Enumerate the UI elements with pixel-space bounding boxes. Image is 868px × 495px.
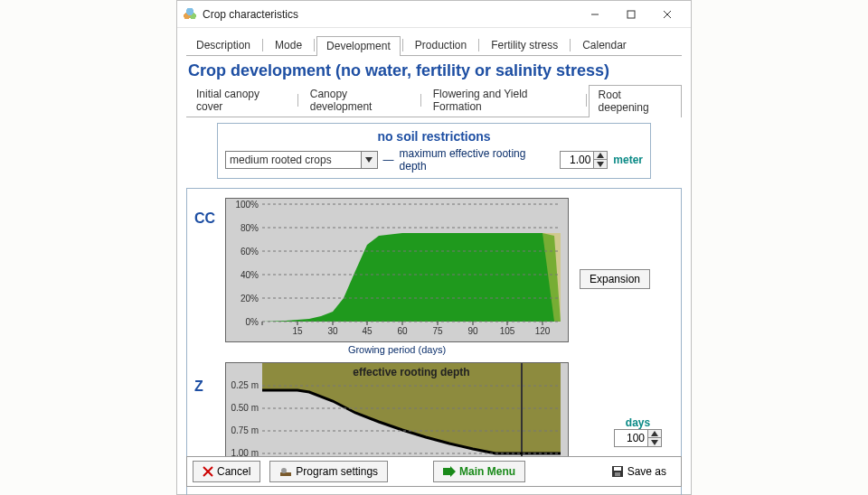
minimize-icon (590, 10, 599, 19)
days-spinner[interactable] (614, 429, 662, 447)
svg-text:90: 90 (467, 326, 478, 336)
app-icon (183, 7, 197, 22)
cc-chart: 100% 80% 60% 40% 20% 0% (226, 199, 570, 343)
cancel-button[interactable]: Cancel (193, 461, 260, 482)
subtab-root-deepening[interactable]: Root deepening (589, 85, 682, 117)
svg-rect-56 (615, 472, 620, 476)
arrow-right-icon (443, 466, 456, 477)
max-depth-input[interactable] (561, 152, 593, 168)
subtab-initial-canopy[interactable]: Initial canopy cover (186, 84, 296, 117)
maximize-icon (627, 10, 636, 19)
max-depth-label: maximum effective rooting depth (400, 147, 555, 173)
tab-fertility-stress[interactable]: Fertility stress (481, 35, 568, 55)
subtab-canopy-development[interactable]: Canopy development (300, 84, 419, 117)
svg-marker-5 (597, 153, 604, 158)
days-label: days (626, 416, 650, 429)
svg-rect-1 (627, 11, 635, 18)
sub-tabs: Initial canopy cover Canopy development … (186, 84, 682, 117)
root-type-combo[interactable]: medium rooted crops (225, 151, 378, 169)
gear-icon (279, 466, 292, 477)
svg-text:40%: 40% (241, 270, 259, 280)
cc-chart-row: CC (194, 198, 674, 360)
page-title: Crop development (no water, fertility or… (188, 61, 682, 80)
cc-axis-title: CC (194, 198, 225, 360)
save-icon (611, 465, 624, 478)
soil-restrictions-title: no soil restrictions (225, 129, 643, 144)
svg-text:15: 15 (292, 326, 303, 336)
linker-dash: — (383, 154, 394, 166)
titlebar: Crop characteristics (177, 1, 691, 28)
tab-development[interactable]: Development (316, 36, 401, 56)
spin-down-icon[interactable] (594, 160, 607, 168)
unit-label: meter (613, 154, 643, 166)
svg-text:0%: 0% (246, 317, 259, 327)
close-icon (203, 466, 213, 477)
svg-marker-48 (651, 440, 658, 445)
cc-plot-area: 100% 80% 60% 40% 20% 0% (225, 198, 569, 342)
expansion-button[interactable]: Expansion (580, 269, 650, 289)
svg-text:100%: 100% (235, 200, 259, 210)
svg-text:60: 60 (397, 326, 408, 336)
program-settings-button[interactable]: Program settings (269, 461, 388, 482)
svg-text:120: 120 (535, 326, 551, 336)
bottom-button-bar: Cancel Program settings Main Menu Save a… (186, 456, 682, 487)
max-depth-spinner[interactable] (560, 151, 608, 169)
svg-rect-55 (614, 467, 621, 471)
spin-up-icon[interactable] (594, 152, 607, 160)
svg-text:60%: 60% (241, 247, 259, 257)
main-menu-button[interactable]: Main Menu (433, 461, 525, 482)
root-type-value: medium rooted crops (226, 154, 361, 166)
chevron-down-icon (361, 152, 377, 168)
svg-marker-4 (365, 157, 373, 163)
spin-down-icon[interactable] (648, 438, 661, 446)
svg-text:0.25 m: 0.25 m (231, 380, 259, 390)
svg-text:0.50 m: 0.50 m (231, 403, 259, 413)
svg-text:30: 30 (327, 326, 338, 336)
spin-up-icon[interactable] (648, 430, 661, 438)
days-input[interactable] (615, 430, 647, 446)
tab-mode[interactable]: Mode (265, 35, 312, 55)
svg-text:75: 75 (432, 326, 443, 336)
svg-point-52 (281, 468, 287, 473)
tab-production[interactable]: Production (405, 35, 476, 55)
save-as-button[interactable]: Save as (602, 461, 675, 482)
svg-marker-53 (443, 466, 456, 477)
z-plot-area: effective rooting depth (225, 362, 569, 457)
maximize-button[interactable] (613, 1, 649, 27)
svg-text:20%: 20% (241, 294, 259, 304)
svg-marker-47 (651, 431, 658, 436)
svg-rect-51 (280, 472, 291, 476)
close-icon (663, 10, 672, 19)
tab-calendar[interactable]: Calendar (572, 35, 637, 55)
z-axis-title: Z (194, 362, 225, 457)
z-chart-row: Z effective rooting depth (194, 362, 674, 457)
tab-description[interactable]: Description (186, 35, 260, 55)
days-column: days (614, 416, 662, 457)
minimize-button[interactable] (577, 1, 613, 27)
svg-text:105: 105 (500, 326, 515, 336)
soil-restrictions-group: no soil restrictions medium rooted crops… (217, 123, 651, 179)
close-button[interactable] (649, 1, 685, 27)
window-title: Crop characteristics (203, 8, 577, 21)
charts-group: CC (186, 188, 682, 495)
z-plot-title: effective rooting depth (353, 366, 469, 378)
main-tabs: Description Mode Development Production … (186, 35, 682, 56)
subtab-flowering-yield[interactable]: Flowering and Yield Formation (423, 84, 584, 117)
crop-characteristics-window: Crop characteristics Description Mode De… (176, 0, 692, 495)
z-chart: effective rooting depth (226, 363, 570, 458)
svg-text:80%: 80% (241, 223, 259, 233)
svg-text:0.75 m: 0.75 m (231, 425, 259, 435)
svg-text:45: 45 (362, 326, 373, 336)
svg-marker-6 (597, 162, 604, 167)
x-axis-label: Growing period (days) (225, 342, 569, 360)
